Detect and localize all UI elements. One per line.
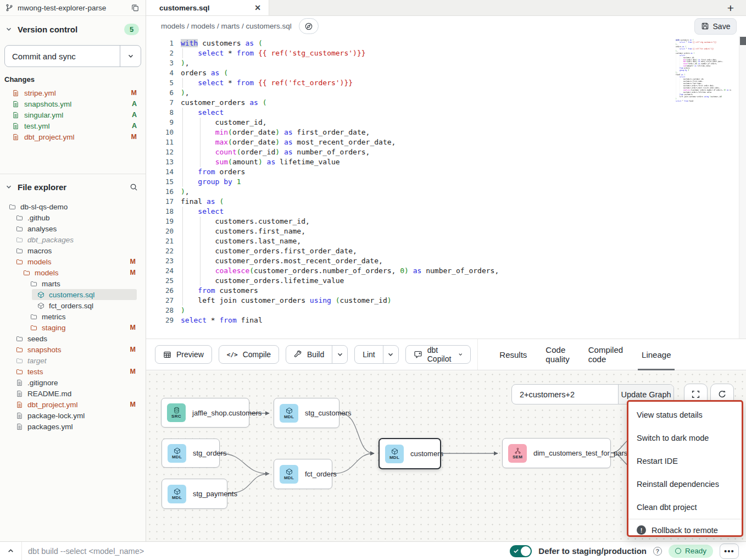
modified-badge: M <box>130 368 136 375</box>
menu-item-restart-ide[interactable]: Restart IDE <box>628 450 742 473</box>
tree-file--gitignore[interactable]: .gitignore <box>4 377 141 388</box>
tree-folder-models[interactable]: modelsM <box>4 256 141 267</box>
tree-folder-tests[interactable]: testsM <box>4 366 141 377</box>
file-icon <box>16 423 23 430</box>
help-icon[interactable]: ? <box>653 547 662 556</box>
code-content[interactable]: with customers as ( select * from {{ ref… <box>181 38 499 325</box>
lineage-node-stg-payments[interactable]: MDLstg_payments <box>162 479 227 509</box>
tree-file-readme-md[interactable]: README.md <box>4 388 141 399</box>
code-line: customer_orders.lifetime_value <box>676 91 688 93</box>
tab-results[interactable]: Results <box>499 339 527 370</box>
compile-button[interactable]: </> Compile <box>219 345 279 364</box>
save-button[interactable]: Save <box>694 18 737 35</box>
changed-file-row[interactable]: dbt_project.ymlM <box>4 131 141 142</box>
scrollbar-thumb[interactable] <box>740 37 746 45</box>
build-button[interactable]: Build <box>286 346 332 363</box>
node-label: stg_customers <box>305 409 352 417</box>
changed-file-row[interactable]: stripe.ymlM <box>4 87 141 98</box>
commit-and-sync-button[interactable]: Commit and sync <box>4 45 141 67</box>
tab-lineage[interactable]: Lineage <box>642 339 671 370</box>
tree-folder-marts[interactable]: marts <box>4 278 141 289</box>
line-number: 4 <box>146 68 174 78</box>
tree-file-customers-sql[interactable]: customers.sql <box>4 289 141 300</box>
tree-file-packages-yml[interactable]: packages.yml <box>4 421 141 432</box>
lineage-node-jaffle-shop-customers[interactable]: SRCjaffle_shop.customers <box>161 398 249 428</box>
commit-options-dropdown[interactable] <box>120 46 141 66</box>
menu-item-clean-dbt-project[interactable]: Clean dbt project <box>628 496 742 519</box>
tree-item-label: metrics <box>42 313 66 321</box>
code-line: count(order_id) as number_of_orders, <box>676 63 688 65</box>
tree-file-dbt-project-yml[interactable]: dbt_project.ymlM <box>4 399 141 410</box>
tab-code-quality[interactable]: Code quality <box>545 339 569 370</box>
tree-file-fct-orders-sql[interactable]: fct_orders.sql <box>4 300 141 311</box>
code-line: count(order_id) as number_of_orders, <box>181 147 499 157</box>
version-control-header[interactable]: Version control 5 <box>4 23 141 36</box>
tree-folder-dbt-packages[interactable]: dbt_packages <box>4 234 141 245</box>
tree-folder--github[interactable]: .github <box>4 212 141 223</box>
tree-folder-target[interactable]: target <box>4 355 141 366</box>
line-number: 29 <box>146 315 174 325</box>
code-line: ), <box>676 43 688 46</box>
code-line: ), <box>181 187 499 197</box>
changed-file-row[interactable]: test.ymlA <box>4 120 141 131</box>
build-dropdown[interactable] <box>332 346 347 363</box>
build-split-button: Build <box>286 345 348 364</box>
menu-item-rollback-to-remote[interactable]: !Rollback to remote <box>628 519 742 541</box>
search-icon[interactable] <box>130 183 138 191</box>
close-tab-icon[interactable]: ✕ <box>254 4 261 12</box>
tree-folder-metrics[interactable]: metrics <box>4 311 141 322</box>
status-badge: Ready <box>669 545 713 558</box>
tab-compiled-code[interactable]: Compiled code <box>588 339 623 370</box>
dbt-copilot-button[interactable]: dbt Copilot <box>405 345 471 364</box>
menu-item-reinstall-dependencies[interactable]: Reinstall dependencies <box>628 473 742 496</box>
tree-folder-snapshots[interactable]: snapshotsM <box>4 344 141 355</box>
editor-scrollbar[interactable] <box>739 36 746 339</box>
file-explorer-header[interactable]: File explorer <box>4 180 141 193</box>
line-number: 17 <box>146 197 174 207</box>
changed-file-row[interactable]: snapshots.ymlA <box>4 98 141 109</box>
tree-folder-seeds[interactable]: seeds <box>4 333 141 344</box>
alert-icon: ! <box>637 525 646 535</box>
tree-item-label: snapshots <box>27 346 62 354</box>
tree-item-label: marts <box>42 280 60 288</box>
code-line: select * from {{ ref('fct_orders')}} <box>676 48 688 50</box>
tree-folder-db-sl-qs-demo[interactable]: db-sl-qs-demo <box>4 201 141 212</box>
lineage-node-stg-customers[interactable]: MDLstg_customers <box>274 398 339 428</box>
expand-console-button[interactable] <box>0 542 22 560</box>
ide-options-menu: View status detailsSwitch to dark modeRe… <box>627 400 743 537</box>
tree-folder-models[interactable]: modelsM <box>4 267 141 278</box>
menu-item-switch-to-dark-mode[interactable]: Switch to dark mode <box>628 426 742 450</box>
preview-button[interactable]: Preview <box>155 345 212 364</box>
menu-item-view-status-details[interactable]: View status details <box>628 403 742 426</box>
defer-toggle[interactable] <box>510 545 532 557</box>
code-content[interactable]: with customers as ( select * from {{ ref… <box>676 39 688 102</box>
tree-folder-staging[interactable]: stagingM <box>4 322 141 333</box>
tree-folder-analyses[interactable]: analyses <box>4 223 141 234</box>
file-icon <box>16 401 23 408</box>
code-editor[interactable]: 1234567891011121314151617181920212223242… <box>146 36 746 339</box>
lineage-node-stg-orders[interactable]: MDLstg_orders <box>162 439 220 468</box>
copy-branch-icon[interactable] <box>131 4 139 12</box>
lint-dropdown[interactable] <box>383 346 398 363</box>
tree-file-package-lock-yml[interactable]: package-lock.yml <box>4 410 141 421</box>
file-icon <box>12 112 19 119</box>
open-in-explorer-button[interactable] <box>299 18 319 34</box>
tree-folder-macros[interactable]: macros <box>4 245 141 256</box>
line-number: 13 <box>146 157 174 167</box>
changed-file-row[interactable]: singular.ymlA <box>4 109 141 120</box>
editor-tabstrip: customers.sql ✕ + <box>146 0 746 16</box>
lineage-node-dim-customers-test-for-parse[interactable]: SEMdim_customers_test_for_parse <box>502 438 611 468</box>
changed-file-name: singular.yml <box>24 111 63 119</box>
command-input[interactable]: dbt build --select <model_name> <box>28 547 144 556</box>
code-line: customers.first_name, <box>181 226 499 236</box>
lint-button[interactable]: Lint <box>355 346 383 363</box>
lineage-search-input[interactable]: 2+customers+2 <box>512 385 618 404</box>
more-options-button[interactable]: ••• <box>720 544 739 559</box>
tab-customers-sql[interactable]: customers.sql ✕ <box>146 0 269 15</box>
lineage-node-fct-orders[interactable]: MDLfct_orders <box>274 459 332 489</box>
minimap[interactable]: with customers as ( select * from {{ ref… <box>676 39 731 115</box>
folder-icon <box>16 225 23 232</box>
lineage-node-customers[interactable]: MDLcustomers <box>378 438 441 469</box>
code-line: select <box>181 207 499 217</box>
new-tab-button[interactable]: + <box>727 2 734 14</box>
